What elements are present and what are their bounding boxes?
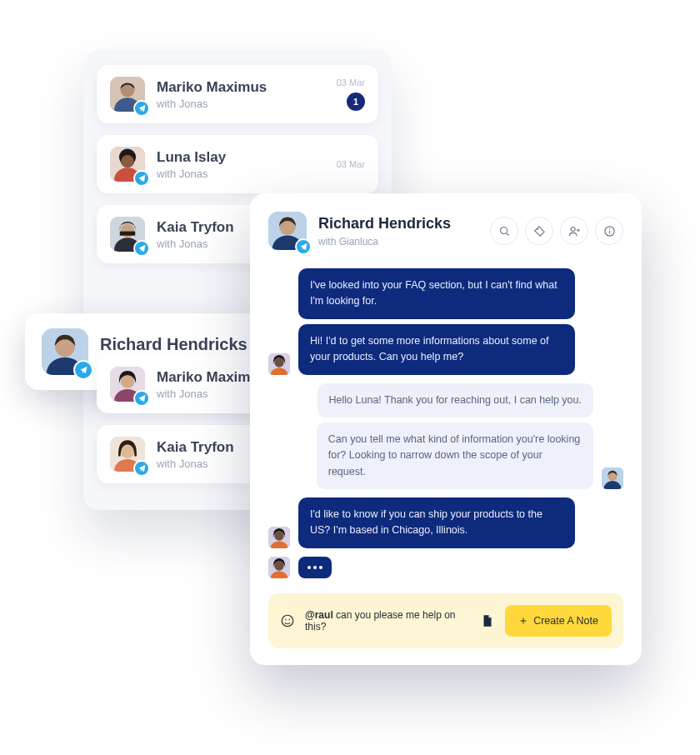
plus-icon	[518, 616, 528, 626]
note-composer: @raul can you please me help on this? Cr…	[268, 593, 623, 648]
svg-point-33	[282, 615, 293, 627]
typing-indicator	[298, 557, 332, 578]
message-avatar-customer	[268, 557, 290, 578]
chat-header: Richard Hendricks with Gianluca	[268, 212, 623, 265]
unread-badge: 1	[347, 92, 365, 111]
conversation-name: Mariko Maximus	[157, 79, 325, 96]
svg-point-35	[289, 619, 291, 621]
note-input[interactable]: @raul can you please me help on this?	[305, 609, 470, 632]
svg-point-34	[285, 619, 287, 621]
telegram-icon	[133, 390, 150, 407]
search-icon	[498, 225, 511, 238]
attach-button[interactable]	[480, 613, 495, 628]
conversation-date: 03 Mar	[337, 159, 365, 169]
create-note-button[interactable]: Create A Note	[505, 605, 612, 637]
create-note-label: Create A Note	[533, 615, 598, 627]
chat-body: I've looked into your FAQ section, but I…	[268, 265, 623, 593]
message-bubble-agent: Hello Luna! Thank you for reaching out, …	[318, 383, 593, 418]
info-button[interactable]	[595, 217, 623, 245]
svg-point-27	[571, 227, 575, 231]
chat-assignee: with Gianluca	[318, 236, 451, 248]
document-icon	[480, 613, 495, 628]
message-bubble-customer: I'd like to know if you can ship your pr…	[298, 498, 575, 548]
mention: @raul	[305, 609, 333, 621]
conversation-item[interactable]: Mariko Maximus with Jonas 03 Mar 1	[97, 65, 378, 123]
assign-button[interactable]	[560, 217, 588, 245]
telegram-icon	[73, 360, 93, 380]
conversation-date: 03 Mar	[337, 78, 365, 88]
svg-point-24	[500, 227, 507, 233]
conversation-name: Luna Islay	[157, 149, 325, 166]
conversation-name: Richard Hendricks	[100, 335, 258, 354]
message-avatar-customer	[268, 527, 290, 548]
message-bubble-customer: I've looked into your FAQ section, but I…	[298, 268, 575, 319]
telegram-icon	[133, 100, 150, 117]
tag-icon	[533, 225, 546, 238]
person-add-icon	[568, 225, 581, 238]
svg-point-32	[608, 228, 609, 229]
emoji-icon	[280, 613, 295, 628]
svg-line-25	[506, 232, 508, 235]
emoji-button[interactable]	[280, 613, 295, 628]
info-icon	[603, 225, 616, 238]
chat-contact-name: Richard Hendricks	[318, 215, 451, 232]
conversation-item[interactable]: Luna Islay with Jonas 03 Mar	[97, 135, 378, 193]
telegram-icon	[133, 240, 150, 257]
message-avatar-customer	[268, 353, 290, 375]
svg-point-26	[537, 228, 538, 230]
conversation-assignee: with Jonas	[157, 98, 325, 110]
telegram-icon	[133, 170, 150, 187]
message-bubble-agent: Can you tell me what kind of information…	[317, 422, 593, 489]
message-avatar-agent	[602, 468, 623, 489]
chat-window: Richard Hendricks with Gianluca	[250, 193, 642, 665]
tag-button[interactable]	[525, 217, 553, 245]
conversation-assignee: with Jonas	[157, 168, 325, 180]
search-button[interactable]	[490, 217, 518, 245]
telegram-icon	[295, 238, 312, 255]
telegram-icon	[133, 460, 150, 477]
message-bubble-customer: Hi! I'd to get some more informations ab…	[298, 324, 575, 375]
